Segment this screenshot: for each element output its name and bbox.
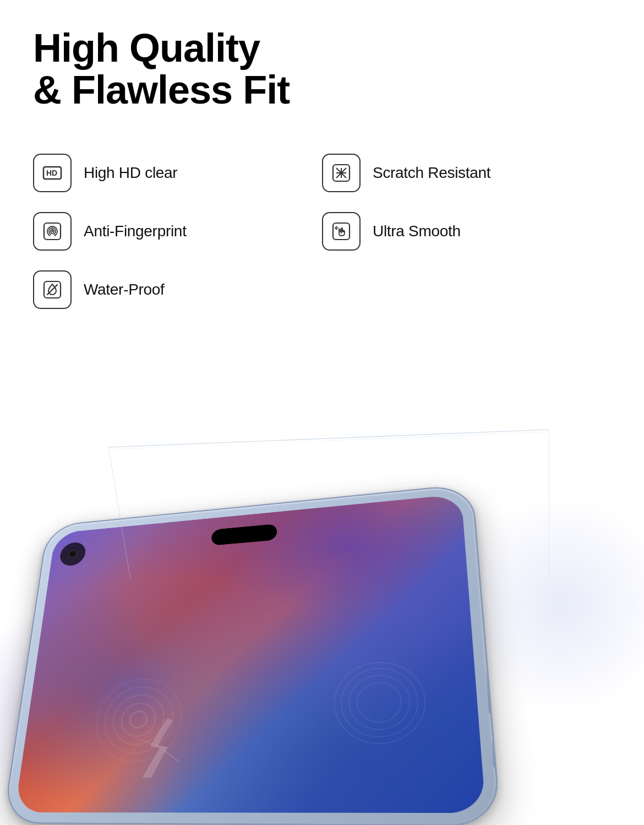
- side-button-volume: [491, 741, 498, 768]
- feature-hd-clear: HD High HD clear: [33, 144, 322, 202]
- scratch-icon: [331, 162, 352, 183]
- side-button-power: [485, 673, 494, 714]
- svg-text:HD: HD: [46, 169, 57, 177]
- fingerprint-icon-box: [33, 212, 72, 251]
- scratch-icon-box: [322, 154, 361, 192]
- svg-point-18: [341, 667, 419, 738]
- main-title: High Quality & Flawless Fit: [33, 28, 611, 111]
- hd-icon: HD: [42, 162, 63, 183]
- feature-ultra-smooth: Ultra Smooth: [322, 202, 611, 260]
- touch-icon: [331, 221, 352, 242]
- phone-section: [0, 357, 644, 825]
- feature-fingerprint-label: Anti-Fingerprint: [84, 222, 187, 240]
- feature-water-proof: Water-Proof: [33, 260, 322, 319]
- svg-point-17: [334, 660, 427, 744]
- feature-scratch-resistant: Scratch Resistant: [322, 144, 611, 202]
- touch-icon-box: [322, 212, 361, 251]
- feature-smooth-label: Ultra Smooth: [373, 222, 461, 240]
- fingerprint-icon: [42, 221, 63, 242]
- water-icon: [42, 279, 63, 300]
- water-icon-box: [33, 270, 72, 309]
- features-section: HD High HD clear Scratch Resistant: [0, 127, 644, 319]
- feature-scratch-label: Scratch Resistant: [373, 164, 490, 182]
- glass-protector-lines: [0, 412, 644, 632]
- svg-point-20: [357, 682, 402, 723]
- svg-point-8: [52, 231, 53, 232]
- page-container: High Quality & Flawless Fit HD High HD c…: [0, 0, 644, 825]
- hd-icon-box: HD: [33, 154, 72, 192]
- feature-water-label: Water-Proof: [84, 281, 165, 298]
- crack-overlay: [103, 708, 208, 787]
- feature-anti-fingerprint: Anti-Fingerprint: [33, 202, 322, 260]
- fingerprint-ring-overlay: [329, 656, 433, 749]
- feature-hd-label: High HD clear: [84, 164, 177, 182]
- header-section: High Quality & Flawless Fit: [0, 0, 644, 127]
